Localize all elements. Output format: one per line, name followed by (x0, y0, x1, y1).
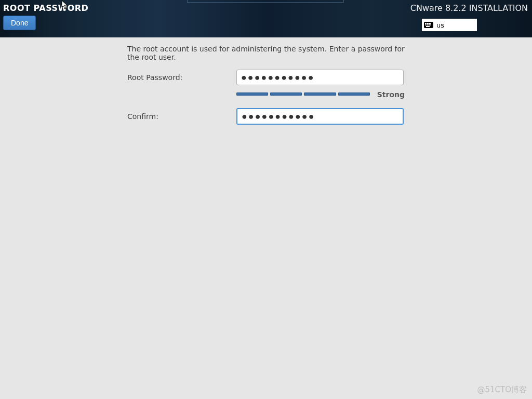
keyboard-layout-label: us (436, 21, 444, 29)
header-bar: ROOT PASSWORD Done CNware 8.2.2 INSTALLA… (0, 0, 532, 37)
confirm-password-label: Confirm: (127, 112, 236, 121)
password-strength-label: Strong (377, 90, 405, 99)
root-password-label: Root Password: (127, 73, 236, 82)
strength-segment (338, 92, 370, 96)
page-title: ROOT PASSWORD (3, 3, 88, 13)
strength-segment (236, 92, 268, 96)
strength-segment (304, 92, 336, 96)
confirm-password-row: Confirm: (127, 108, 405, 125)
keyboard-icon (424, 22, 433, 28)
root-password-row: Root Password: (127, 70, 405, 85)
installation-title: CNware 8.2.2 INSTALLATION (410, 3, 528, 13)
keyboard-layout-indicator[interactable]: us (422, 19, 477, 31)
strength-segment (270, 92, 302, 96)
root-password-input[interactable] (236, 70, 404, 85)
password-strength-row: Strong (236, 90, 405, 99)
done-button[interactable]: Done (3, 16, 36, 30)
password-strength-meter (236, 92, 370, 97)
confirm-password-input[interactable] (236, 108, 404, 125)
main-content: The root account is used for administeri… (0, 37, 532, 125)
watermark-text: @51CTO博客 (477, 385, 527, 395)
description-text: The root account is used for administeri… (127, 45, 405, 61)
